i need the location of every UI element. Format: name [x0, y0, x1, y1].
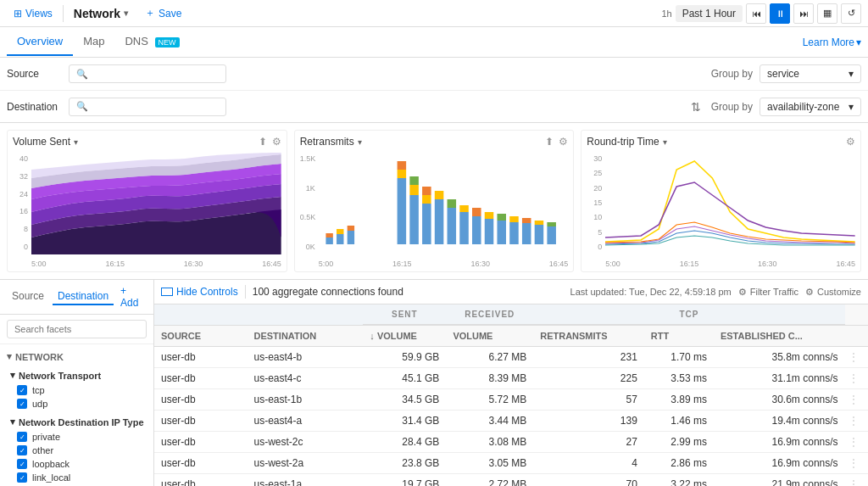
volume-yaxis: 4032241680: [13, 154, 28, 251]
destination-search-icon: 🔍: [76, 101, 88, 112]
col-header-source[interactable]: SOURCE: [154, 325, 247, 347]
skip-back-button[interactable]: ⏮: [746, 3, 766, 24]
calendar-button[interactable]: ▦: [817, 3, 837, 24]
group-by-label-1: Group by: [711, 68, 753, 80]
hide-controls-icon: [161, 288, 173, 296]
volume-share-icon[interactable]: ⬆: [259, 136, 267, 148]
cell-more-2[interactable]: ⋮: [845, 389, 868, 411]
tab-destination[interactable]: Destination: [53, 288, 114, 305]
skip-forward-button[interactable]: ⏭: [793, 3, 814, 24]
loopback-checkbox[interactable]: [17, 459, 27, 469]
cell-dest-5: us-west-2a: [247, 453, 363, 474]
tab-map[interactable]: Map: [73, 28, 114, 56]
swap-icon[interactable]: ⇅: [687, 100, 704, 114]
tab-source[interactable]: Source: [7, 288, 49, 305]
svg-rect-29: [522, 223, 531, 244]
dest-ip-collapse-icon: ▾: [10, 416, 15, 427]
volume-sent-dropdown[interactable]: ▾: [74, 137, 78, 147]
group-by-value-2: availability-zone: [767, 101, 839, 113]
main-toolbar: Hide Controls 100 aggregate connections …: [154, 280, 868, 304]
volume-sent-chart: Volume Sent ▾ ⬆ ⚙ 4032241680: [7, 130, 287, 272]
svg-rect-9: [409, 195, 419, 244]
table-row: user-db us-east4-c 45.1 GB 8.39 MB 225 3…: [154, 368, 868, 389]
cell-more-5[interactable]: ⋮: [845, 453, 868, 474]
cell-sent-5: 23.8 GB: [363, 453, 446, 474]
col-header-sent-volume[interactable]: ↓ VOLUME: [363, 325, 446, 347]
title-dropdown-icon[interactable]: ▾: [124, 8, 128, 18]
save-button[interactable]: ＋ Save: [138, 3, 188, 24]
refresh-button[interactable]: ↺: [841, 3, 861, 24]
cell-more-6[interactable]: ⋮: [845, 474, 868, 487]
facet-item-private[interactable]: private: [0, 430, 153, 444]
facet-item-tcp[interactable]: tcp: [0, 383, 153, 397]
source-filter-input[interactable]: 🔍: [69, 64, 226, 83]
facet-item-loopback[interactable]: loopback: [0, 457, 153, 471]
retransmits-canvas: [319, 153, 569, 254]
network-section-header[interactable]: ▾ NETWORK: [0, 348, 153, 366]
cell-retrans-6: 70: [533, 474, 644, 487]
cell-rtt-1: 3.53 ms: [644, 368, 714, 389]
cell-more-1[interactable]: ⋮: [845, 368, 868, 389]
col-header-destination[interactable]: DESTINATION: [247, 325, 363, 347]
cell-source-3: user-db: [154, 411, 247, 432]
hide-controls-button[interactable]: Hide Controls: [161, 286, 238, 298]
dest-ip-header[interactable]: ▾ Network Destination IP Type: [0, 414, 153, 430]
facet-item-udp[interactable]: udp: [0, 397, 153, 411]
cell-more-4[interactable]: ⋮: [845, 432, 868, 453]
col-header-retransmits[interactable]: RETRANSMITS: [533, 325, 644, 347]
transport-subsection: ▾ Network Transport tcp udp: [0, 366, 153, 412]
tab-overview[interactable]: Overview: [7, 28, 73, 56]
pause-button[interactable]: ⏸: [770, 3, 790, 24]
facet-item-other[interactable]: other: [0, 444, 153, 457]
svg-rect-11: [409, 176, 419, 185]
retransmits-gear-icon[interactable]: ⚙: [559, 136, 568, 148]
cell-sent-2: 34.5 GB: [363, 389, 446, 411]
link-local-checkbox[interactable]: [17, 472, 27, 483]
destination-filter-input[interactable]: 🔍: [69, 98, 226, 116]
col-header-established[interactable]: ESTABLISHED C...: [714, 325, 845, 347]
source-input[interactable]: [92, 68, 219, 80]
retransmits-dropdown[interactable]: ▾: [358, 137, 362, 147]
cell-more-0[interactable]: ⋮: [845, 347, 868, 368]
cell-recv-1: 8.39 MB: [446, 368, 533, 389]
add-filter-button[interactable]: + Add: [120, 285, 147, 309]
transport-header[interactable]: ▾ Network Transport: [0, 367, 153, 383]
udp-checkbox[interactable]: [17, 399, 27, 409]
table-column-headers: SOURCE DESTINATION ↓ VOLUME VOLUME RETRA…: [154, 325, 868, 347]
rtt-gear-icon[interactable]: ⚙: [846, 136, 855, 148]
col-header-rtt[interactable]: RTT: [644, 325, 714, 347]
customize-icon: ⚙: [805, 287, 814, 298]
tcp-checkbox[interactable]: [17, 385, 27, 395]
cell-recv-5: 3.05 MB: [446, 453, 533, 474]
dns-new-badge: NEW: [155, 37, 180, 47]
learn-more-button[interactable]: Learn More ▾: [803, 36, 861, 48]
dest-ip-label: Network Destination IP Type: [19, 417, 144, 427]
private-checkbox[interactable]: [17, 432, 27, 442]
table-header: SENT RECEIVED TCP: [154, 304, 868, 325]
facets-search-input[interactable]: [7, 320, 147, 338]
svg-rect-10: [409, 185, 419, 195]
connections-table: SENT RECEIVED TCP SOURCE DESTINATION ↓ V…: [154, 304, 868, 486]
facet-item-link-local[interactable]: link_local: [0, 471, 153, 484]
filter-traffic-button[interactable]: ⚙ Filter Traffic: [738, 287, 798, 298]
retransmits-share-icon[interactable]: ⬆: [545, 136, 554, 148]
round-trip-dropdown[interactable]: ▾: [663, 137, 667, 147]
table-row: user-db us-west-2c 28.4 GB 3.08 MB 27 2.…: [154, 432, 868, 453]
cell-rtt-0: 1.70 ms: [644, 347, 714, 368]
views-button[interactable]: ⊞ Views: [7, 4, 59, 23]
cell-more-3[interactable]: ⋮: [845, 411, 868, 432]
col-header-received-volume[interactable]: VOLUME: [446, 325, 533, 347]
time-range-label[interactable]: Past 1 Hour: [676, 5, 743, 22]
group-by-select-2[interactable]: availability-zone ▾: [760, 98, 861, 116]
volume-gear-icon[interactable]: ⚙: [272, 136, 281, 148]
volume-sent-title: Volume Sent ▾ ⬆ ⚙: [13, 136, 281, 148]
customize-button[interactable]: ⚙ Customize: [805, 287, 861, 298]
tab-dns[interactable]: DNS NEW: [114, 28, 189, 56]
cell-rtt-4: 2.99 ms: [644, 432, 714, 453]
destination-input[interactable]: [92, 101, 219, 113]
filter-icon: ⚙: [738, 287, 747, 298]
cell-rtt-6: 3.22 ms: [644, 474, 714, 487]
group-by-select-1[interactable]: service ▾: [760, 64, 861, 83]
sidebar-tabs: Source Destination + Add: [0, 280, 153, 315]
other-checkbox[interactable]: [17, 445, 27, 455]
